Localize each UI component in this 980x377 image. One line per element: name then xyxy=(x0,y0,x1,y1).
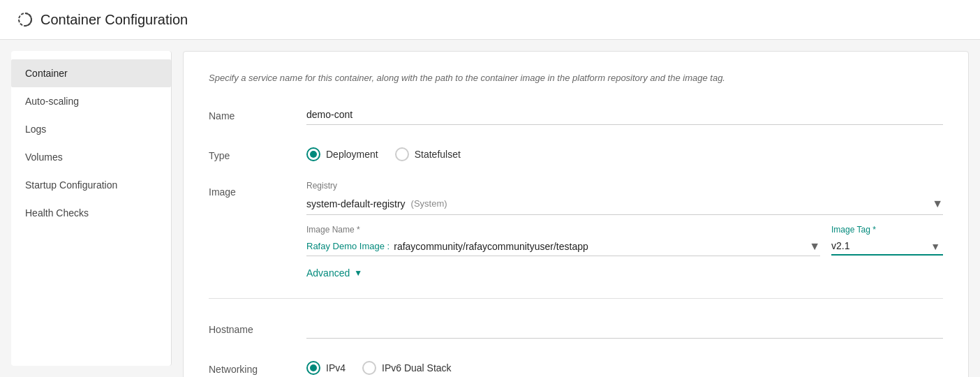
main-layout: Container Auto-scaling Logs Volumes Star… xyxy=(0,40,980,377)
radio-statefulset[interactable]: Statefulset xyxy=(395,147,461,161)
page-title: Container Configuration xyxy=(40,12,188,28)
networking-row: Networking IPv4 IPv6 Dual Stack xyxy=(209,358,943,375)
radio-ipv4-circle xyxy=(306,361,320,375)
registry-label: Registry xyxy=(306,181,943,191)
hostname-field xyxy=(306,318,943,339)
sidebar-item-volumes[interactable]: Volumes xyxy=(11,143,171,171)
image-tag-select[interactable]: v2.1 xyxy=(831,237,943,256)
radio-statefulset-circle xyxy=(395,147,409,161)
radio-ipv6[interactable]: IPv6 Dual Stack xyxy=(362,361,452,375)
divider xyxy=(209,298,943,299)
networking-radio-group: IPv4 IPv6 Dual Stack xyxy=(306,358,943,375)
networking-label: Networking xyxy=(209,358,292,375)
sidebar-item-container[interactable]: Container xyxy=(11,59,171,87)
type-radio-group: Deployment Statefulset xyxy=(306,145,943,161)
name-input[interactable] xyxy=(306,105,943,125)
image-tag-section: Image Tag * v2.1 ▼ xyxy=(831,225,943,256)
registry-name: system-default-registry xyxy=(306,198,406,209)
type-label: Type xyxy=(209,145,292,161)
registry-display: system-default-registry (System) ▼ xyxy=(306,193,943,215)
image-name-input[interactable] xyxy=(394,241,805,252)
advanced-arrow-icon: ▼ xyxy=(354,268,362,278)
hostname-input[interactable] xyxy=(306,318,943,339)
radio-statefulset-label: Statefulset xyxy=(415,149,461,160)
sidebar-item-startup-configuration[interactable]: Startup Configuration xyxy=(11,171,171,199)
name-field xyxy=(306,105,943,125)
name-label: Name xyxy=(209,105,292,121)
image-name-tag-row: Image Name * Rafay Demo Image : ▼ Image … xyxy=(306,225,943,256)
description-text: Specify a service name for this containe… xyxy=(209,71,943,85)
sidebar: Container Auto-scaling Logs Volumes Star… xyxy=(11,51,172,366)
sidebar-item-auto-scaling[interactable]: Auto-scaling xyxy=(11,87,171,115)
radio-deployment[interactable]: Deployment xyxy=(306,147,378,161)
image-tag-label: Image Tag * xyxy=(831,225,943,235)
radio-ipv6-label: IPv6 Dual Stack xyxy=(382,362,452,374)
image-name-wrapper: Rafay Demo Image : ▼ xyxy=(306,237,820,256)
radio-deployment-circle xyxy=(306,147,320,161)
hostname-label: Hostname xyxy=(209,318,292,335)
type-field: Deployment Statefulset xyxy=(306,145,943,161)
image-name-section: Image Name * Rafay Demo Image : ▼ xyxy=(306,225,820,256)
type-row: Type Deployment Statefulset xyxy=(209,145,943,161)
image-name-dropdown-arrow[interactable]: ▼ xyxy=(809,240,820,253)
advanced-label: Advanced xyxy=(306,267,350,279)
image-row: Image Registry system-default-registry (… xyxy=(209,181,943,279)
radio-ipv4[interactable]: IPv4 xyxy=(306,361,346,375)
registry-tag: (System) xyxy=(411,198,447,209)
registry-dropdown-arrow[interactable]: ▼ xyxy=(932,198,943,210)
demo-image-prefix: Rafay Demo Image : xyxy=(306,241,389,251)
name-row: Name xyxy=(209,105,943,125)
image-tag-wrapper: v2.1 ▼ xyxy=(831,237,943,256)
networking-field: IPv4 IPv6 Dual Stack xyxy=(306,358,943,375)
advanced-toggle[interactable]: Advanced ▼ xyxy=(306,267,943,279)
content-area: Specify a service name for this containe… xyxy=(172,40,980,377)
radio-ipv4-label: IPv4 xyxy=(326,362,346,374)
page-header: Container Configuration xyxy=(0,0,980,40)
hostname-row: Hostname xyxy=(209,318,943,339)
image-section: Registry system-default-registry (System… xyxy=(306,181,943,279)
container-config-icon xyxy=(17,11,34,28)
image-label: Image xyxy=(209,181,292,198)
content-card: Specify a service name for this containe… xyxy=(183,51,969,377)
radio-deployment-label: Deployment xyxy=(326,149,378,160)
image-name-label: Image Name * xyxy=(306,225,820,235)
radio-ipv6-circle xyxy=(362,361,376,375)
sidebar-item-health-checks[interactable]: Health Checks xyxy=(11,199,171,227)
sidebar-item-logs[interactable]: Logs xyxy=(11,115,171,143)
